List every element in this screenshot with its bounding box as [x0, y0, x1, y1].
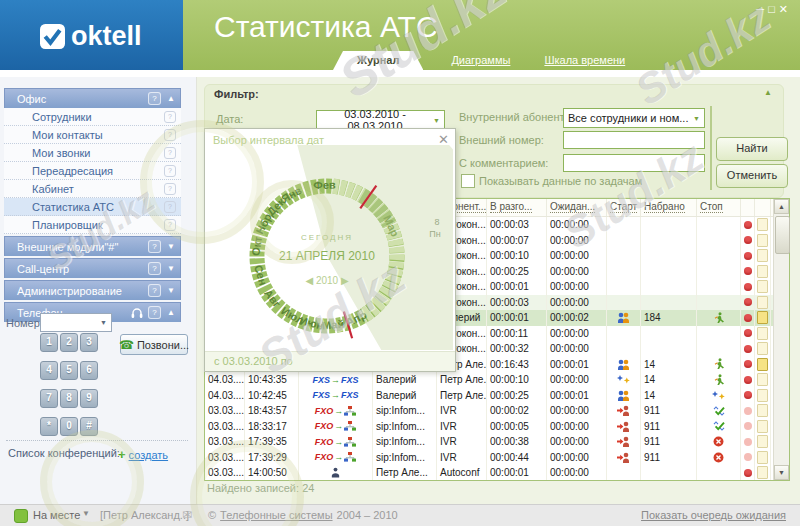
keypad-button-6[interactable]: 6	[80, 361, 98, 380]
minimize-button[interactable]: ─	[756, 3, 768, 15]
record-dot-icon	[744, 469, 752, 477]
chevron-down-icon[interactable]: ▼	[166, 264, 176, 273]
column-header[interactable]: Стоп	[697, 199, 741, 216]
note-icon	[757, 420, 768, 433]
note-icon	[757, 451, 768, 464]
table-row[interactable]: 03.03....18:43:57FXO→sip:Infom...IVR00:0…	[205, 403, 774, 419]
keypad-button-7[interactable]: 7	[40, 389, 58, 408]
sidebar-item-мои-звонки[interactable]: Мои звонки?	[4, 144, 181, 162]
keypad-button-2[interactable]: 2	[60, 333, 78, 352]
search-button[interactable]: Найти	[716, 137, 788, 161]
help-icon[interactable]: ?	[148, 306, 161, 319]
table-row[interactable]: 04.03....10:43:35FXS→FXSВалерийПетр Але.…	[205, 372, 774, 388]
help-icon[interactable]: ?	[148, 284, 161, 297]
help-icon[interactable]: ?	[148, 92, 161, 105]
scrollbar-thumb[interactable]	[775, 216, 790, 254]
sidebar-item-планировщик[interactable]: Планировщик?	[4, 216, 181, 234]
chevron-up-icon[interactable]: ▲	[166, 308, 176, 317]
sidebar-item-сотрудники[interactable]: Сотрудники?	[4, 108, 181, 126]
help-icon[interactable]: ?	[164, 111, 176, 123]
sidebar-group-callцентр[interactable]: Call-центр?▼	[4, 258, 181, 278]
help-icon[interactable]: ?	[164, 201, 176, 213]
mail-icon[interactable]: ✉	[182, 508, 192, 522]
create-conference-link[interactable]: +создать	[118, 447, 168, 462]
keypad-button-*[interactable]: *	[40, 417, 58, 436]
help-icon[interactable]: ?	[148, 240, 161, 253]
chevron-down-icon[interactable]: ▼	[166, 242, 176, 251]
record-dot-icon	[744, 407, 752, 415]
keypad-button-1[interactable]: 1	[40, 333, 58, 352]
table-row[interactable]: 03.03....18:33:17FXO→sip:Infom...IVR00:0…	[205, 419, 774, 435]
chevron-up-icon[interactable]: ▲	[166, 94, 176, 103]
comment-input[interactable]	[563, 154, 705, 172]
presence-status-icon[interactable]	[14, 509, 28, 523]
keypad-button-9[interactable]: 9	[80, 389, 98, 408]
column-header[interactable]: Ожидан...	[547, 199, 607, 216]
keypad-button-5[interactable]: 5	[60, 361, 78, 380]
internal-subscriber-label: Внутренний абонент:	[459, 111, 568, 123]
chevron-down-icon[interactable]: ▼	[82, 509, 90, 518]
keypad-button-#[interactable]: #	[80, 417, 98, 436]
internal-subscriber-combobox[interactable]: Все сотрудники и ном... ▼	[563, 108, 705, 128]
table-scrollbar[interactable]: ▲ ▼	[773, 199, 789, 480]
cell-rec	[741, 326, 755, 342]
cell-start	[607, 310, 641, 326]
table-row[interactable]: 04.03....10:42:45FXS→FXSВалерийПетр Але.…	[205, 388, 774, 404]
cell-wait: 00:00:01	[547, 357, 607, 373]
column-header[interactable]: В разго...	[487, 199, 547, 216]
table-row[interactable]: 03.03....17:39:29FXO→sip:Infom...IVR00:0…	[205, 450, 774, 466]
number-combobox[interactable]: ▼	[40, 313, 112, 332]
sidebar-item-статистика-атс[interactable]: Статистика АТС?	[4, 198, 181, 216]
tasks-checkbox[interactable]	[461, 174, 475, 188]
column-header[interactable]	[755, 199, 771, 216]
tab-diagrams[interactable]: Диаграммы	[445, 51, 516, 70]
sidebar-group-администрирование[interactable]: Администрирование?▼	[4, 280, 181, 300]
sidebar-group-внешниемодули[interactable]: Внешние модули"#"?▼	[4, 236, 181, 256]
keypad-button-4[interactable]: 4	[40, 361, 58, 380]
tab-journal[interactable]: Журнал	[333, 51, 423, 70]
help-icon[interactable]: ?	[164, 147, 176, 159]
copyright: ©Телефонные системы2004 – 2010	[208, 509, 398, 521]
sidebar-item-переадресация[interactable]: Переадресация?	[4, 162, 181, 180]
keypad-button-0[interactable]: 0	[60, 417, 78, 436]
table-row[interactable]: 03.03....14:00:50Петр Але...Autoconf00:0…	[205, 465, 774, 480]
help-icon[interactable]: ?	[164, 129, 176, 141]
keypad-button-8[interactable]: 8	[60, 389, 78, 408]
cell-start	[607, 279, 641, 295]
presence-label[interactable]: На месте	[33, 509, 80, 521]
help-icon[interactable]: ?	[148, 262, 161, 275]
external-number-input[interactable]	[563, 131, 705, 149]
call-button[interactable]: ☎ Позвони...	[120, 334, 188, 355]
help-icon[interactable]: ?	[164, 183, 176, 195]
show-queue-link[interactable]: Показать очередь ожидания	[641, 509, 786, 521]
collapse-filter-arrow-icon[interactable]: ▲	[764, 88, 772, 97]
filter-title: Фильтр:	[214, 88, 259, 100]
sidebar-item-кабинет[interactable]: Кабинет?	[4, 180, 181, 198]
keypad-button-3[interactable]: 3	[80, 333, 98, 352]
table-row[interactable]: 03.03....17:39:35FXO→sip:Infom...IVR00:0…	[205, 434, 774, 450]
vendor-link[interactable]: Телефонные системы	[220, 509, 332, 521]
maximize-button[interactable]: □	[768, 3, 779, 15]
column-header[interactable]	[741, 199, 755, 216]
date-range-combobox[interactable]: 03.03.2010 - 08.03.2010 ▼	[316, 110, 445, 130]
column-header[interactable]: Набрано	[641, 199, 697, 216]
cell-num: 911	[641, 419, 697, 435]
date-ring[interactable]: ЯнвФевМарАпрМайИюнИюлАвгСенОктНбрДекСЕГО…	[205, 145, 453, 350]
help-icon[interactable]: ?	[164, 219, 176, 231]
chevron-down-icon[interactable]: ▼	[166, 286, 176, 295]
cell-dir: FXO→	[299, 434, 373, 450]
cell-note	[755, 341, 771, 357]
cancel-button[interactable]: Отменить	[716, 164, 788, 188]
help-icon[interactable]: ?	[164, 165, 176, 177]
tab-timeline[interactable]: Шкала времени	[538, 51, 631, 70]
sidebar-item-мои-контакты[interactable]: Мои контакты?	[4, 126, 181, 144]
people-icon	[617, 359, 630, 370]
scroll-down-icon[interactable]: ▼	[774, 465, 789, 480]
close-button[interactable]: ✕	[779, 3, 792, 15]
cell-talk: 00:00:10	[487, 372, 547, 388]
scroll-up-icon[interactable]: ▲	[774, 199, 789, 214]
svg-text:Пн: Пн	[429, 229, 440, 239]
cell-dir: FXS→FXS	[299, 388, 373, 404]
column-header[interactable]: Старт	[607, 199, 641, 216]
sidebar-group-офис[interactable]: Офис?▲	[4, 88, 181, 108]
